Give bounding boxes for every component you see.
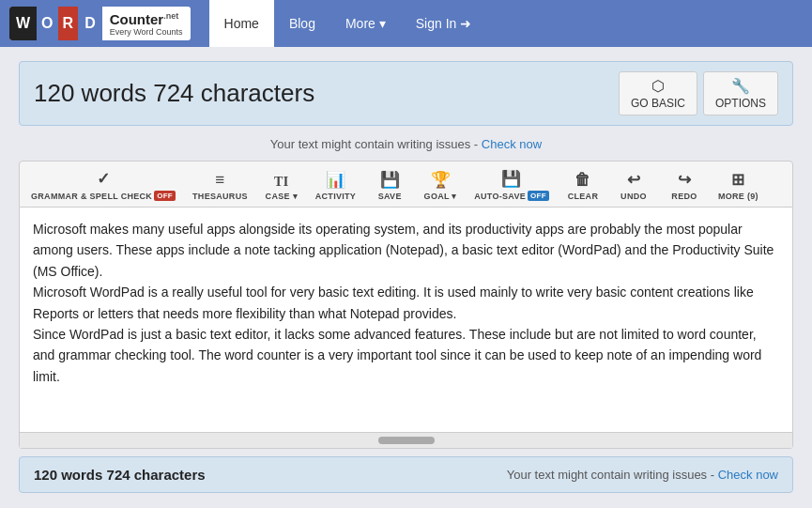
logo[interactable]: W O R D Counter.net Every Word Counts [9,7,191,40]
nav-links: Home Blog More ▾ Sign In ➜ [209,0,487,47]
main-container: 120 words 724 characters ⬡ GO BASIC 🔧 OP… [9,47,803,507]
nav-signin[interactable]: Sign In ➜ [401,0,486,47]
case-button[interactable]: TI CASE ▾ [257,165,306,207]
logo-net: .net [163,11,178,21]
editor-container: ✓ GRAMMAR & SPELL CHECK OFF ≡ THESAURUS … [19,161,793,449]
bottom-check-now-link[interactable]: Check now [718,468,778,482]
autosave-off-badge: OFF [528,191,549,201]
autosave-button[interactable]: 💾 AUTO-SAVE OFF [467,165,557,207]
redo-button[interactable]: ↪ REDO [660,165,709,207]
case-icon: TI [274,175,288,190]
more-label: MORE (9) [718,192,758,201]
logo-counter-text: Counter.net [110,11,183,27]
grammar-spell-check-button[interactable]: ✓ GRAMMAR & SPELL CHECK OFF [23,165,183,207]
bottom-stats-title: 120 words 724 characters [34,467,206,483]
bottom-writing-issues: Your text might contain writing issues -… [507,468,778,482]
autosave-label: AUTO-SAVE OFF [474,191,549,201]
bottom-stats-bar: 120 words 724 characters Your text might… [19,456,793,493]
more-button[interactable]: ⊞ MORE (9) [711,165,766,207]
redo-label: REDO [671,192,697,201]
writing-issues-bar: Your text might contain writing issues -… [19,137,793,151]
logo-tagline: Every Word Counts [110,27,183,37]
editor-wrap: Microsoft makes many useful apps alongsi… [19,208,793,449]
logo-w: W [9,7,37,40]
save-button[interactable]: 💾 SAVE [365,165,414,207]
activity-icon: 📊 [326,170,345,190]
activity-label: ACTIVITY [315,192,356,201]
undo-button[interactable]: ↩ UNDO [609,165,658,207]
clear-button[interactable]: 🗑 CLEAR [559,165,607,207]
logo-o: O [37,7,57,40]
nav-bar: W O R D Counter.net Every Word Counts Ho… [0,0,812,47]
goal-label: GOAL ▾ [424,192,457,201]
undo-label: UNDO [620,192,647,201]
save-icon: 💾 [380,170,400,190]
thesaurus-icon: ≡ [215,171,224,190]
editor-textarea[interactable]: Microsoft makes many useful apps alongsi… [20,208,792,428]
scrollbar-thumb[interactable] [378,437,435,444]
save-label: SAVE [378,192,402,201]
bottom-issues-text: Your text might contain writing issues - [507,468,718,482]
goal-icon: 🏆 [431,170,451,190]
check-now-link[interactable]: Check now [482,137,542,151]
autosave-icon: 💾 [501,169,521,189]
goal-button[interactable]: 🏆 GOAL ▾ [416,165,465,207]
undo-icon: ↩ [627,170,640,190]
logo-d: D [78,7,102,40]
nav-home[interactable]: Home [209,0,274,47]
clear-icon: 🗑 [575,171,590,190]
scrollbar-area [20,432,792,448]
grammar-off-badge: OFF [154,191,176,201]
stats-actions: ⬡ GO BASIC 🔧 OPTIONS [619,71,778,115]
options-button[interactable]: 🔧 OPTIONS [703,71,778,115]
activity-button[interactable]: 📊 ACTIVITY [308,165,363,207]
thesaurus-button[interactable]: ≡ THESAURUS [185,165,255,207]
case-label: CASE ▾ [266,192,298,201]
toolbar: ✓ GRAMMAR & SPELL CHECK OFF ≡ THESAURUS … [19,161,793,208]
options-icon: 🔧 [731,77,750,95]
go-basic-icon: ⬡ [651,77,665,95]
redo-icon: ↪ [678,170,691,190]
writing-issues-text: Your text might contain writing issues - [270,137,482,151]
grammar-label: GRAMMAR & SPELL CHECK OFF [31,191,176,201]
go-basic-button[interactable]: ⬡ GO BASIC [619,71,697,115]
logo-counter: Counter.net Every Word Counts [102,9,191,38]
logo-r: R [58,7,79,40]
nav-blog[interactable]: Blog [274,0,330,47]
grammar-icon: ✓ [97,169,110,189]
thesaurus-label: THESAURUS [192,192,248,201]
options-label: OPTIONS [715,97,766,110]
go-basic-label: GO BASIC [631,97,685,110]
stats-title: 120 words 724 characters [34,79,314,108]
stats-bar: 120 words 724 characters ⬡ GO BASIC 🔧 OP… [19,61,793,126]
more-icon: ⊞ [731,170,744,190]
clear-label: CLEAR [568,192,599,201]
nav-more[interactable]: More ▾ [330,0,401,47]
